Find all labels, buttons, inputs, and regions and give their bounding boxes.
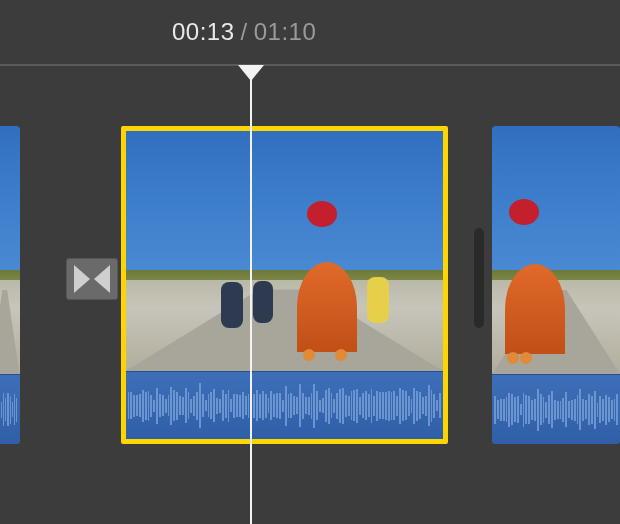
timeline[interactable]: [0, 64, 620, 524]
clip-thumbnail: [0, 126, 20, 374]
audio-waveform[interactable]: [126, 371, 444, 439]
clip-selected[interactable]: [121, 126, 449, 444]
svg-marker-0: [74, 265, 90, 293]
audio-waveform[interactable]: [492, 374, 620, 444]
transition-crossfade-icon[interactable]: [66, 258, 118, 300]
audio-waveform[interactable]: [0, 374, 20, 444]
timecode-current: 00:13: [172, 18, 235, 46]
timecode-total: 01:10: [254, 18, 317, 46]
playhead-head-icon: [238, 65, 264, 81]
clip-previous[interactable]: [0, 126, 20, 444]
svg-marker-1: [94, 265, 110, 293]
clip-edge-handle[interactable]: [474, 228, 484, 328]
timecode-separator: /: [241, 18, 248, 46]
clip-next[interactable]: [492, 126, 620, 444]
clip-thumbnail: [492, 126, 620, 374]
timecode-display: 00:13 / 01:10: [0, 0, 620, 64]
clip-thumbnail: [126, 131, 444, 371]
